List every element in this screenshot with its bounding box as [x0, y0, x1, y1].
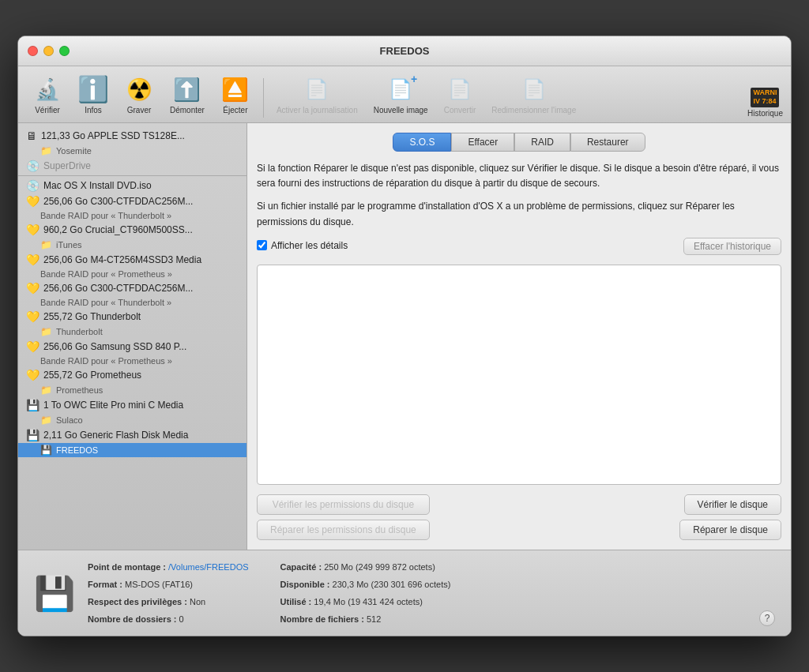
- sidebar-item-raid-prometheus-2[interactable]: Bande RAID pour « Prometheus »: [18, 355, 246, 367]
- sidebar-item-freedos[interactable]: 💾 FREEDOS: [18, 443, 246, 457]
- afficher-details-checkbox[interactable]: [257, 240, 267, 250]
- ejecter-label: Éjecter: [223, 106, 247, 115]
- point-montage-value[interactable]: /Volumes/FREEDOS: [168, 562, 248, 572]
- tab-effacer[interactable]: Effacer: [451, 133, 514, 152]
- history-badge: WARNIIV 7:84: [751, 88, 779, 107]
- sidebar-label-owc: 1 To OWC Elite Pro mini C Media: [43, 400, 183, 411]
- description-2: Si un fichier installé par le programme …: [257, 199, 781, 229]
- history-label: Historique: [747, 109, 783, 118]
- sidebar-item-thunderbolt-disk[interactable]: 💛 255,72 Go Thunderbolt: [18, 309, 246, 325]
- sidebar-item-thunderbolt-vol[interactable]: 📁 Thunderbolt: [18, 325, 246, 339]
- graver-button[interactable]: ☢️ Graver: [118, 71, 160, 118]
- sidebar-item-generic-flash[interactable]: 💾 2,11 Go Generic Flash Disk Media: [18, 427, 246, 443]
- sidebar-label-c300-2: 256,06 Go C300-CTFDDAC256M...: [43, 283, 193, 294]
- infos-button[interactable]: ℹ️ Infos: [72, 71, 115, 118]
- tab-sos[interactable]: S.O.S: [393, 133, 451, 152]
- description-1: Si la fonction Réparer le disque n'est p…: [257, 161, 781, 191]
- utilise-row: Utilisé : 19,4 Mo (19 431 424 octets): [280, 593, 451, 610]
- new-image-icon: 📄+: [386, 74, 416, 104]
- tab-raid[interactable]: RAID: [514, 133, 570, 152]
- sidebar-label-prometheus-vol: Prometheus: [56, 385, 103, 395]
- verifier-disque-button[interactable]: Vérifier le disque: [684, 494, 781, 515]
- sidebar[interactable]: 🖥 121,33 Go APPLE SSD TS128E... 📁 Yosemi…: [18, 123, 247, 550]
- sidebar-item-crucial[interactable]: 💛 960,2 Go Crucial_CT960M500SS...: [18, 222, 246, 238]
- sidebar-item-m4[interactable]: 💛 256,06 Go M4-CT256M4SSD3 Media: [18, 252, 246, 268]
- actions-row: Vérifier les permissions du disque Répar…: [257, 494, 781, 540]
- sidebar-label-raid-thunderbolt-2: Bande RAID pour « Thunderbolt »: [40, 298, 171, 307]
- fichiers-row: Nombre de fichiers : 512: [280, 610, 451, 628]
- tab-restaurer[interactable]: Restaurer: [570, 133, 645, 152]
- activer-button[interactable]: 📄 Activer la journalisation: [270, 71, 364, 118]
- volume-icon-sulaco: 📁: [40, 415, 52, 426]
- afficher-details-label: Afficher les détails: [271, 240, 348, 251]
- sidebar-separator-1: [18, 175, 246, 176]
- maximize-button[interactable]: [59, 46, 70, 56]
- volume-icon-prometheus: 📁: [40, 385, 52, 396]
- history-button[interactable]: WARNIIV 7:84 Historique: [747, 88, 783, 118]
- window-title: FREEDOS: [380, 45, 430, 57]
- app-window: FREEDOS 🔬 Vérifier ℹ️ Infos ☢️ Graver ⬆️…: [17, 36, 792, 636]
- disk-icon-samsung: 💛: [26, 340, 40, 353]
- utilise-value: 19,4 Mo (19 431 424 octets): [314, 597, 423, 606]
- resize-icon: 📄: [519, 74, 549, 104]
- sidebar-item-prometheus-vol[interactable]: 📁 Prometheus: [18, 383, 246, 397]
- sidebar-item-macos-iso[interactable]: 💿 Mac OS X Install DVD.iso: [18, 178, 246, 193]
- infos-label: Infos: [85, 106, 102, 115]
- main-area: 🖥 121,33 Go APPLE SSD TS128E... 📁 Yosemi…: [18, 123, 791, 550]
- sidebar-item-yosemite[interactable]: 📁 Yosemite: [18, 144, 246, 158]
- verifier-permissions-button[interactable]: Vérifier les permissions du disque: [257, 494, 430, 515]
- title-bar: FREEDOS: [18, 36, 791, 66]
- fichiers-label: Nombre de fichiers :: [280, 614, 364, 624]
- sidebar-item-samsung[interactable]: 💛 256,06 Go Samsung SSD 840 P...: [18, 339, 246, 355]
- toolbar: 🔬 Vérifier ℹ️ Infos ☢️ Graver ⬆️ Démonte…: [18, 66, 791, 123]
- demonter-button[interactable]: ⬆️ Démonter: [164, 71, 211, 118]
- disk-icon-c300-2: 💛: [26, 282, 40, 295]
- verifier-button[interactable]: 🔬 Vérifier: [26, 71, 69, 118]
- disk-icon-generic-flash: 💾: [26, 429, 40, 441]
- sidebar-label-generic-flash: 2,11 Go Generic Flash Disk Media: [43, 430, 188, 441]
- clear-history-button[interactable]: Effacer l'historique: [683, 238, 781, 255]
- close-button[interactable]: [28, 46, 38, 56]
- disk-icon-prometheus: 💛: [26, 369, 40, 381]
- hdd-icon: 🖥: [26, 130, 37, 142]
- sidebar-item-itunes[interactable]: 📁 iTunes: [18, 238, 246, 252]
- action-right: Vérifier le disque Réparer le disque: [679, 494, 781, 540]
- reparer-disque-button[interactable]: Réparer le disque: [679, 520, 781, 540]
- sidebar-label-raid-prometheus-2: Bande RAID pour « Prometheus »: [40, 356, 172, 366]
- sidebar-label-itunes: iTunes: [56, 240, 82, 250]
- log-box: [257, 265, 781, 485]
- redimensionner-button[interactable]: 📄 Redimensionner l'image: [485, 71, 582, 118]
- iso-icon: 💿: [26, 179, 40, 192]
- sidebar-item-raid-thunderbolt-1[interactable]: Bande RAID pour « Thunderbolt »: [18, 209, 246, 222]
- sidebar-item-c300-2[interactable]: 💛 256,06 Go C300-CTFDDAC256M...: [18, 280, 246, 296]
- sidebar-item-owc[interactable]: 💾 1 To OWC Elite Pro mini C Media: [18, 397, 246, 413]
- minimize-button[interactable]: [43, 46, 54, 56]
- demonter-label: Démonter: [170, 106, 205, 115]
- privileges-row: Respect des privilèges : Non: [88, 593, 249, 610]
- sidebar-label-thunderbolt-vol: Thunderbolt: [56, 327, 103, 336]
- reparer-permissions-button[interactable]: Réparer les permissions du disque: [257, 520, 430, 540]
- sidebar-item-superdrive[interactable]: 💿 SuperDrive: [18, 158, 246, 174]
- dossiers-label: Nombre de dossiers :: [88, 614, 176, 624]
- sidebar-item-ssd-apple[interactable]: 🖥 121,33 Go APPLE SSD TS128E...: [18, 128, 246, 144]
- sidebar-item-raid-thunderbolt-2[interactable]: Bande RAID pour « Thunderbolt »: [18, 296, 246, 309]
- sidebar-label-crucial: 960,2 Go Crucial_CT960M500SS...: [43, 224, 193, 235]
- help-button[interactable]: ?: [759, 610, 775, 626]
- disk-icon-crucial: 💛: [26, 223, 40, 236]
- sidebar-label-sulaco: Sulaco: [56, 415, 83, 425]
- action-left: Vérifier les permissions du disque Répar…: [257, 494, 430, 540]
- convertir-label: Convertir: [444, 106, 476, 115]
- sidebar-item-raid-prometheus-1[interactable]: Bande RAID pour « Prometheus »: [18, 268, 246, 280]
- nouvelle-image-button[interactable]: 📄+ Nouvelle image: [367, 71, 435, 118]
- dossiers-value: 0: [179, 614, 184, 624]
- sidebar-label-yosemite: Yosemite: [56, 146, 92, 156]
- footer-col-left: Point de montage : /Volumes/FREEDOS Form…: [88, 558, 249, 628]
- optical-icon: 💿: [26, 160, 40, 172]
- ejecter-button[interactable]: ⏏️ Éjecter: [214, 71, 257, 118]
- sidebar-item-prometheus-disk[interactable]: 💛 255,72 Go Prometheus: [18, 367, 246, 383]
- volume-icon-yosemite: 📁: [40, 145, 52, 156]
- capacite-label: Capacité :: [280, 562, 322, 572]
- convertir-button[interactable]: 📄 Convertir: [438, 71, 483, 118]
- sidebar-item-sulaco[interactable]: 📁 Sulaco: [18, 413, 246, 427]
- sidebar-item-c300-1[interactable]: 💛 256,06 Go C300-CTFDDAC256M...: [18, 193, 246, 209]
